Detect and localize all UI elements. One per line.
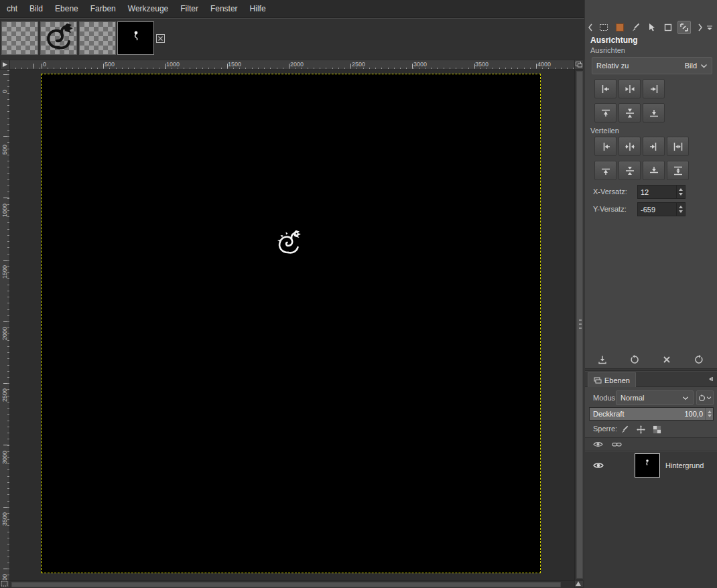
vertical-ruler[interactable]: 0 500 1000 1500 2000 2500 3000 3500 4000 bbox=[0, 70, 10, 580]
menu-colors[interactable]: Farben bbox=[84, 0, 122, 17]
image-tab-2[interactable] bbox=[40, 21, 77, 55]
image-tab-1[interactable] bbox=[1, 21, 38, 55]
y-offset-input[interactable] bbox=[638, 203, 676, 216]
relative-to-combo[interactable]: Relativ zu Bild bbox=[592, 57, 712, 74]
layer-mode-combo[interactable]: Normal bbox=[616, 390, 694, 405]
x-offset-input[interactable] bbox=[638, 186, 676, 198]
distribute-top-button[interactable] bbox=[594, 161, 616, 180]
lock-pixels-button[interactable] bbox=[618, 423, 631, 435]
alignment-tool-icon-active[interactable] bbox=[677, 21, 691, 34]
rect-select-tool-icon[interactable] bbox=[597, 21, 610, 34]
layer-row-background[interactable]: Hintergrund bbox=[585, 452, 717, 479]
restore-presets-button[interactable] bbox=[628, 353, 641, 366]
horizontal-ruler[interactable]: 0 500 1000 1500 2000 2500 3000 3500 4000 bbox=[10, 60, 574, 70]
distribute-center-horizontal-button[interactable] bbox=[618, 137, 641, 156]
move-lock-icon bbox=[637, 425, 645, 434]
move-tool-icon[interactable] bbox=[645, 21, 659, 34]
y-offset-decrement-button[interactable] bbox=[677, 210, 685, 216]
menu-help[interactable]: Hilfe bbox=[244, 0, 272, 17]
scroll-tools-right-button[interactable] bbox=[696, 21, 704, 34]
ruler-label: 1000 bbox=[166, 61, 180, 68]
align-row-horizontal bbox=[594, 79, 667, 98]
distribute-bottom-button[interactable] bbox=[643, 161, 665, 180]
navigate-icon bbox=[575, 581, 582, 587]
distribute-section-label: Verteilen bbox=[590, 127, 619, 135]
menu-view[interactable]: cht bbox=[1, 0, 23, 17]
ruler-label: 1500 bbox=[1, 265, 8, 279]
align-bottom-button[interactable] bbox=[643, 103, 665, 123]
tool-options-title: Ausrichtung bbox=[590, 35, 638, 45]
paintbrush-lock-icon bbox=[621, 425, 629, 434]
menu-tools[interactable]: Werkzeuge bbox=[122, 0, 174, 17]
reset-tool-options-button[interactable] bbox=[692, 353, 706, 366]
y-offset-spinner bbox=[637, 202, 686, 216]
align-top-button[interactable] bbox=[594, 103, 616, 123]
opacity-slider[interactable]: Deckkraft 100,0 bbox=[589, 407, 714, 421]
spread-horizontal-button[interactable] bbox=[667, 137, 689, 156]
menu-filters[interactable]: Filter bbox=[174, 0, 204, 17]
layer-list-header bbox=[585, 437, 717, 451]
layer-thumbnail[interactable] bbox=[635, 453, 660, 477]
crop-tool-icon[interactable] bbox=[661, 21, 675, 34]
image-tab-4-active[interactable] bbox=[117, 21, 154, 55]
align-center-horizontal-button[interactable] bbox=[618, 79, 641, 98]
lock-alpha-button[interactable] bbox=[651, 423, 663, 435]
ruler-label: 2000 bbox=[290, 61, 304, 68]
quick-mask-button[interactable] bbox=[0, 580, 10, 588]
y-offset-increment-button[interactable] bbox=[677, 203, 685, 210]
layer-list: Hintergrund bbox=[585, 452, 717, 588]
image-tabstrip bbox=[0, 19, 584, 60]
scroll-tools-left-button[interactable] bbox=[586, 21, 594, 34]
layers-icon bbox=[594, 376, 602, 384]
distribute-left-button[interactable] bbox=[594, 137, 616, 156]
lock-label: Sperre: bbox=[593, 425, 617, 433]
opacity-decrement-button[interactable] bbox=[706, 414, 713, 420]
x-offset-decrement-button[interactable] bbox=[677, 192, 685, 199]
menu-layer[interactable]: Ebene bbox=[49, 0, 84, 17]
align-right-button[interactable] bbox=[643, 79, 665, 98]
align-row-vertical bbox=[594, 103, 667, 123]
image-tab-3[interactable] bbox=[79, 21, 116, 55]
ruler-label: 3000 bbox=[1, 451, 8, 464]
align-middle-vertical-button[interactable] bbox=[618, 103, 641, 123]
vertical-scrollbar-thumb[interactable] bbox=[576, 71, 583, 579]
distribute-middle-vertical-button[interactable] bbox=[618, 161, 641, 180]
menu-image[interactable]: Bild bbox=[23, 0, 49, 17]
quick-mask-icon bbox=[1, 581, 8, 587]
align-left-button[interactable] bbox=[594, 79, 616, 98]
distribute-row-horizontal bbox=[594, 137, 691, 156]
tab-menu-icon bbox=[706, 24, 713, 31]
save-presets-button[interactable] bbox=[596, 353, 609, 366]
right-dock: Ausrichtung Ausrichten Relativ zu Bild bbox=[584, 0, 717, 588]
dock-splitter[interactable] bbox=[585, 368, 717, 371]
paintbrush-tool-icon[interactable] bbox=[629, 21, 643, 34]
navigation-button[interactable] bbox=[574, 580, 584, 588]
dock-tab-menu-button[interactable] bbox=[706, 21, 714, 34]
image-canvas[interactable] bbox=[41, 74, 541, 573]
distribute-right-button[interactable] bbox=[643, 137, 665, 156]
horizontal-scrollbar[interactable] bbox=[10, 580, 574, 588]
delete-presets-button[interactable] bbox=[660, 353, 673, 366]
horizontal-scrollbar-thumb[interactable] bbox=[11, 582, 561, 587]
menu-windows[interactable]: Fenster bbox=[204, 0, 244, 17]
layers-tab-menu-button[interactable] bbox=[706, 374, 715, 384]
x-offset-increment-button[interactable] bbox=[677, 186, 685, 192]
ruler-label: 2500 bbox=[1, 388, 8, 402]
opacity-increment-button[interactable] bbox=[706, 408, 713, 414]
canvas-viewport[interactable] bbox=[10, 70, 574, 580]
color-swatch-icon[interactable] bbox=[613, 21, 627, 34]
layer-mode-row: Modus Normal bbox=[585, 390, 717, 406]
layer-name[interactable]: Hintergrund bbox=[665, 461, 704, 469]
spread-vertical-button[interactable] bbox=[667, 161, 689, 180]
layer-visibility-toggle[interactable] bbox=[592, 459, 605, 472]
blend-space-button[interactable] bbox=[696, 390, 714, 405]
tab-close-button[interactable] bbox=[155, 33, 166, 44]
window-icon bbox=[575, 60, 583, 68]
relative-to-value: Bild bbox=[685, 62, 697, 70]
canvas-menu-button[interactable] bbox=[574, 60, 584, 70]
dragon-thumbnail-icon bbox=[41, 22, 76, 54]
vertical-scrollbar[interactable] bbox=[574, 70, 584, 580]
tab-layers[interactable]: Ebenen bbox=[588, 372, 636, 387]
ruler-origin-button[interactable] bbox=[0, 60, 10, 70]
lock-position-button[interactable] bbox=[635, 423, 647, 435]
